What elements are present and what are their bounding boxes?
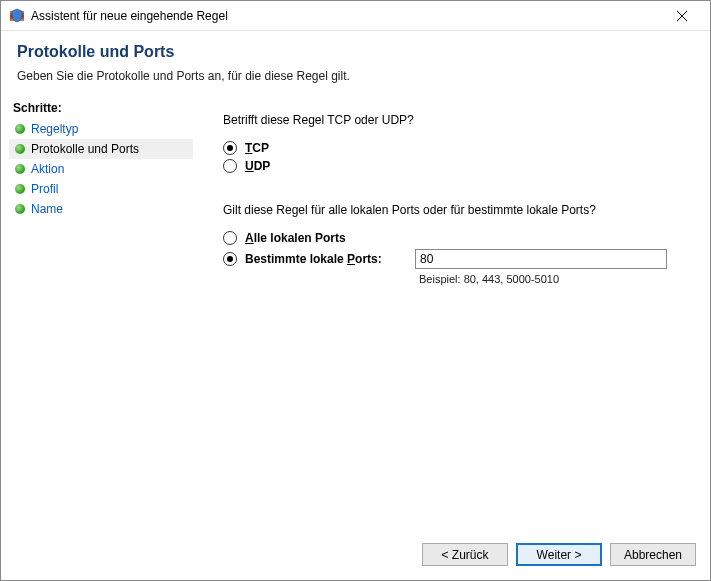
page-subtitle: Geben Sie die Protokolle und Ports an, f… <box>17 69 694 83</box>
wizard-header: Protokolle und Ports Geben Sie die Proto… <box>1 31 710 93</box>
back-button[interactable]: < Zurück <box>422 543 508 566</box>
port-question: Gilt diese Regel für alle lokalen Ports … <box>223 203 680 217</box>
step-label: Regeltyp <box>31 122 78 136</box>
bullet-icon <box>15 204 25 214</box>
close-icon <box>677 11 687 21</box>
bullet-icon <box>15 144 25 154</box>
radio-icon <box>223 231 237 245</box>
bullet-icon <box>15 164 25 174</box>
step-label: Protokolle und Ports <box>31 142 139 156</box>
radio-icon <box>223 252 237 266</box>
steps-sidebar: Schritte: Regeltyp Protokolle und Ports … <box>1 93 193 523</box>
firewall-icon <box>9 8 25 24</box>
port-example-text: Beispiel: 80, 443, 5000-5010 <box>419 273 680 285</box>
step-ruletype[interactable]: Regeltyp <box>9 119 193 139</box>
bullet-icon <box>15 184 25 194</box>
radio-all-ports[interactable]: Alle lokalen Ports <box>223 231 680 245</box>
wizard-buttons: < Zurück Weiter > Abbrechen <box>422 543 696 566</box>
radio-all-ports-label: Alle lokalen Ports <box>245 231 415 245</box>
step-name[interactable]: Name <box>9 199 193 219</box>
radio-udp[interactable]: UDP <box>223 159 680 173</box>
page-title: Protokolle und Ports <box>17 43 694 61</box>
wizard-content: Betrifft diese Regel TCP oder UDP? TCP U… <box>193 93 710 523</box>
close-button[interactable] <box>662 2 702 30</box>
step-label: Aktion <box>31 162 64 176</box>
radio-icon <box>223 141 237 155</box>
step-label: Name <box>31 202 63 216</box>
radio-udp-label: UDP <box>245 159 270 173</box>
bullet-icon <box>15 124 25 134</box>
radio-specific-ports-label: Bestimmte lokale Ports: <box>245 252 415 266</box>
radio-icon <box>223 159 237 173</box>
step-protocols-ports[interactable]: Protokolle und Ports <box>9 139 193 159</box>
step-profile[interactable]: Profil <box>9 179 193 199</box>
cancel-button[interactable]: Abbrechen <box>610 543 696 566</box>
title-bar: Assistent für neue eingehende Regel <box>1 1 710 31</box>
step-action[interactable]: Aktion <box>9 159 193 179</box>
next-button[interactable]: Weiter > <box>516 543 602 566</box>
radio-specific-ports[interactable]: Bestimmte lokale Ports: <box>223 249 680 269</box>
specific-ports-input[interactable] <box>415 249 667 269</box>
radio-tcp[interactable]: TCP <box>223 141 680 155</box>
step-label: Profil <box>31 182 58 196</box>
window-title: Assistent für neue eingehende Regel <box>31 9 662 23</box>
radio-tcp-label: TCP <box>245 141 269 155</box>
steps-heading: Schritte: <box>9 99 193 119</box>
protocol-question: Betrifft diese Regel TCP oder UDP? <box>223 113 680 127</box>
